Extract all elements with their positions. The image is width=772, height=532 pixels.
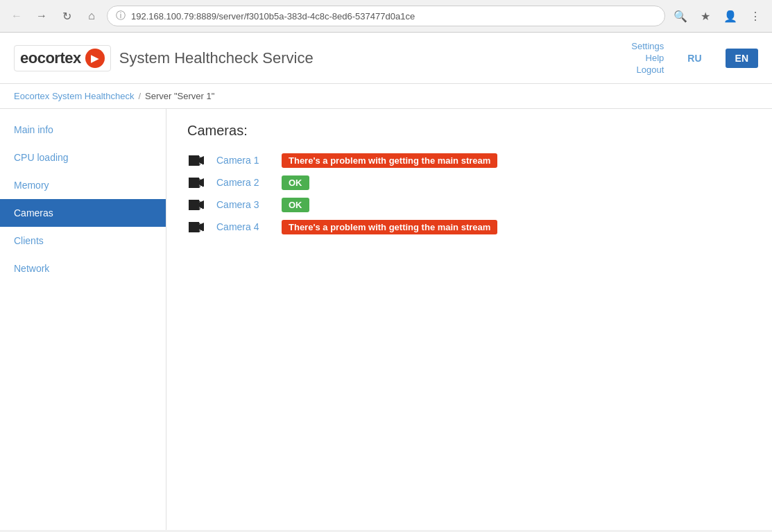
main-container: Main info CPU loading Memory Cameras Cli… — [0, 109, 772, 530]
sidebar-item-memory-label: Memory — [14, 180, 49, 191]
lang-en-button[interactable]: EN — [726, 49, 758, 68]
help-link[interactable]: Help — [646, 53, 664, 63]
header-links: Settings Help Logout — [631, 41, 664, 75]
svg-marker-4 — [189, 200, 199, 210]
sidebar-item-memory[interactable]: Memory — [0, 171, 166, 199]
svg-marker-0 — [189, 155, 199, 166]
url-text: 192.168.100.79:8889/server/f3010b5a-383d… — [131, 11, 415, 22]
toolbar-right-buttons: 🔍 ★ 👤 ⋮ — [671, 6, 765, 26]
camera-name[interactable]: Camera 1 — [216, 155, 272, 166]
camera-row: Camera 3OK — [187, 197, 751, 212]
svg-marker-6 — [189, 222, 199, 232]
browser-chrome: ← → ↻ ⌂ ⓘ 192.168.100.79:8889/server/f30… — [0, 0, 772, 33]
app-title: System Healthcheck Service — [119, 49, 314, 67]
sidebar-item-cpu-loading-label: CPU loading — [14, 152, 69, 163]
sidebar-item-cpu-loading[interactable]: CPU loading — [0, 144, 166, 171]
camera-list: Camera 1There's a problem with getting t… — [187, 153, 751, 234]
sidebar-item-main-info[interactable]: Main info — [0, 116, 166, 144]
status-badge: OK — [282, 198, 309, 212]
app-header: eocortex ▶ System Healthcheck Service Se… — [0, 33, 772, 84]
address-bar[interactable]: ⓘ 192.168.100.79:8889/server/f3010b5a-38… — [107, 6, 665, 26]
breadcrumb: Eocortex System Healthcheck / Server "Se… — [14, 91, 758, 101]
profile-button[interactable]: 👤 — [721, 6, 740, 26]
camera-icon — [187, 153, 207, 168]
logo-text: eocortex — [20, 49, 81, 67]
sidebar-item-main-info-label: Main info — [14, 124, 53, 135]
search-button[interactable]: 🔍 — [671, 6, 690, 26]
camera-icon — [187, 197, 207, 212]
section-title: Cameras: — [187, 123, 751, 139]
camera-row: Camera 4There's a problem with getting t… — [187, 219, 751, 234]
browser-toolbar: ← → ↻ ⌂ ⓘ 192.168.100.79:8889/server/f30… — [0, 0, 772, 32]
camera-name[interactable]: Camera 2 — [216, 177, 272, 188]
content-area: Cameras: Camera 1There's a problem with … — [166, 109, 772, 530]
camera-name[interactable]: Camera 4 — [216, 221, 272, 232]
bookmark-button[interactable]: ★ — [696, 6, 715, 26]
sidebar-item-network[interactable]: Network — [0, 255, 166, 282]
sidebar-item-network-label: Network — [14, 263, 49, 274]
camera-row: Camera 2OK — [187, 175, 751, 190]
breadcrumb-home[interactable]: Eocortex System Healthcheck — [14, 91, 134, 101]
home-button[interactable]: ⌂ — [82, 6, 101, 26]
logout-link[interactable]: Logout — [637, 65, 664, 75]
logo-badge: eocortex ▶ — [14, 45, 111, 71]
sidebar-item-cameras-label: Cameras — [14, 207, 53, 218]
status-badge: There's a problem with getting the main … — [282, 153, 497, 168]
status-badge: OK — [282, 175, 309, 190]
info-icon: ⓘ — [116, 10, 126, 22]
camera-icon — [187, 175, 207, 190]
logo-icon: ▶ — [85, 49, 105, 68]
back-button[interactable]: ← — [7, 6, 26, 26]
sidebar-item-clients[interactable]: Clients — [0, 227, 166, 255]
status-badge: There's a problem with getting the main … — [282, 220, 497, 234]
sidebar: Main info CPU loading Memory Cameras Cli… — [0, 109, 166, 530]
sidebar-item-clients-label: Clients — [14, 235, 44, 246]
settings-link[interactable]: Settings — [631, 41, 664, 51]
header-nav: Settings Help Logout RU EN — [631, 41, 758, 75]
reload-button[interactable]: ↻ — [57, 6, 76, 26]
camera-icon — [187, 219, 207, 234]
logo-area: eocortex ▶ System Healthcheck Service — [14, 45, 314, 71]
lang-ru-button[interactable]: RU — [678, 49, 711, 68]
camera-name[interactable]: Camera 3 — [216, 199, 272, 210]
sidebar-item-cameras[interactable]: Cameras — [0, 199, 166, 227]
breadcrumb-separator: / — [138, 91, 141, 101]
forward-button[interactable]: → — [32, 6, 51, 26]
breadcrumb-current: Server "Server 1" — [145, 91, 214, 101]
svg-marker-2 — [189, 178, 199, 188]
camera-row: Camera 1There's a problem with getting t… — [187, 153, 751, 168]
menu-button[interactable]: ⋮ — [746, 6, 765, 26]
breadcrumb-bar: Eocortex System Healthcheck / Server "Se… — [0, 84, 772, 109]
